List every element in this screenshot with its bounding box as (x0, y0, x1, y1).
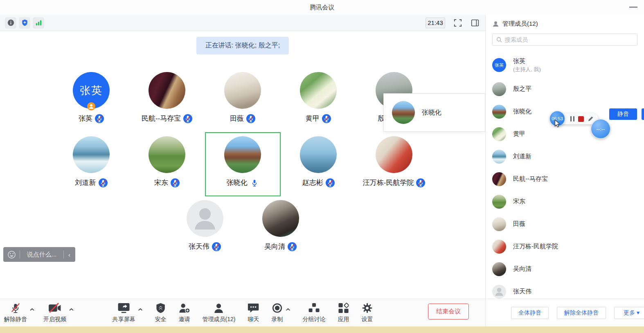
sidebar-footer: 全体静音解除全体静音更多 ▾ (486, 299, 644, 326)
member-name: 张晓化 (513, 108, 531, 115)
chatbar-collapse-icon[interactable]: ‹ (68, 251, 71, 258)
network-quality-button[interactable] (33, 17, 44, 29)
member-avatar (492, 150, 506, 164)
participant-tile[interactable]: 田薇 (205, 68, 281, 132)
member-search-box[interactable] (492, 34, 637, 46)
shield-security-icon (155, 302, 165, 314)
unmute-all-button[interactable]: 解除全体静音 (557, 307, 606, 319)
meeting-topbar: 21:43 (0, 15, 485, 31)
mute-member-button[interactable]: 静音 (609, 108, 637, 120)
member-row[interactable]: 汪万栋-民航学院 (486, 235, 644, 258)
breakout-icon (308, 302, 320, 314)
search-icon (496, 37, 502, 43)
toolbar-invite-button[interactable]: 邀请 (179, 302, 190, 323)
avatar-initials: 张英 (492, 58, 506, 72)
toolbar-share-screen-button[interactable]: 共享屏幕 (113, 302, 143, 323)
member-row[interactable]: 张天伟 (486, 280, 644, 299)
mic-muted-icon (246, 114, 255, 123)
layout-switch-button[interactable] (471, 18, 480, 27)
recorder-idle-bubble[interactable]: --:-- (591, 119, 610, 139)
participant-tile[interactable]: 刘道新 (54, 132, 129, 196)
mouse-cursor (553, 119, 562, 128)
member-name: 张英 (513, 57, 541, 65)
footer-button-label: 解除全体静音 (564, 309, 599, 316)
chevron-up-icon[interactable] (138, 308, 143, 311)
member-row[interactable]: 宋东 (486, 190, 644, 213)
participant-tile[interactable]: 张晓化 (205, 132, 281, 196)
participant-avatar (262, 200, 299, 237)
member-text: 吴向清 (513, 265, 531, 273)
participant-name: 汪万栋-民航学院 (363, 178, 414, 187)
member-text: 刘道新 (513, 153, 531, 160)
info-icon (7, 19, 14, 26)
participant-name: 宋东 (154, 178, 168, 187)
window-titlebar: 腾讯会议 (0, 0, 644, 15)
participant-tile[interactable]: 张天伟 (167, 196, 243, 260)
member-row[interactable]: 黄甲 (486, 123, 644, 145)
participant-nameline: 张英 (79, 114, 104, 123)
toolbar-chat-button[interactable]: 聊天 (248, 302, 259, 323)
toolbar-unmute-button[interactable]: 解除静音 (4, 302, 34, 323)
participant-nameline: 民航--马存宝 (142, 114, 192, 123)
participant-name: 民航--马存宝 (142, 114, 181, 123)
member-search-input[interactable] (505, 36, 633, 43)
participant-avatar (149, 136, 185, 173)
toolbar-item-content: 管理成员(12) (203, 302, 236, 323)
toolbar-item-content: 开启视频 (43, 302, 66, 323)
member-avatar: 张英 (492, 58, 506, 72)
toolbar-record-button[interactable]: 录制 (271, 302, 290, 323)
fullscreen-button[interactable] (453, 18, 462, 27)
participant-tile[interactable]: 张英张英 (54, 68, 129, 132)
toolbar-item-label: 录制 (271, 316, 283, 323)
mic-muted-icon (326, 178, 335, 187)
participant-avatar (300, 136, 337, 173)
stop-record-icon[interactable] (578, 116, 584, 122)
toolbar-center-group: 共享屏幕安全邀请管理成员(12)聊天录制分组讨论应用设置 (113, 302, 373, 323)
toolbar-start-video-button[interactable]: 开启视频 (43, 302, 74, 323)
member-row[interactable]: 张英张英(主持人, 我) (486, 52, 644, 78)
mute-all-button[interactable]: 全体静音 (511, 307, 549, 319)
edge-action-sliver[interactable] (642, 108, 644, 120)
content-row: 21:43 正在讲话: 张晓化; 殷之平; 张英张英民航--马存宝田薇黄甲殷之平… (0, 15, 644, 326)
toolbar-security-button[interactable]: 安全 (155, 302, 167, 323)
caret-down-icon: ▾ (635, 309, 639, 316)
participant-tile[interactable]: 民航--马存宝 (129, 68, 205, 132)
layout-panel-icon (471, 19, 479, 27)
meeting-info-button[interactable] (5, 17, 16, 29)
chat-input-placeholder[interactable]: 说点什么... (24, 251, 60, 259)
member-name: 刘道新 (513, 153, 531, 160)
participant-tile[interactable]: 汪万栋-民航学院 (356, 132, 432, 196)
toolbar-item-content: 邀请 (179, 302, 190, 323)
chevron-up-icon[interactable] (69, 308, 74, 311)
member-text: 宋东 (513, 198, 525, 205)
member-name: 黄甲 (513, 130, 525, 138)
chevron-up-icon[interactable] (30, 308, 34, 311)
pause-icon[interactable] (570, 116, 574, 122)
settings-icon (362, 302, 372, 314)
toolbar-members-button[interactable]: 管理成员(12) (203, 302, 236, 323)
member-row[interactable]: 田薇 (486, 213, 644, 235)
participant-nameline: 田薇 (230, 114, 255, 123)
more-actions-button[interactable]: 更多 ▾ (614, 307, 644, 319)
mic-on-icon (250, 178, 259, 187)
chevron-up-icon[interactable] (286, 308, 290, 311)
toolbar-breakout-button[interactable]: 分组讨论 (302, 302, 325, 323)
member-row[interactable]: 民航--马存宝 (486, 168, 644, 190)
pencil-icon[interactable] (588, 116, 594, 122)
participant-tile[interactable]: 黄甲 (281, 68, 356, 132)
participant-tile[interactable]: 宋东 (129, 132, 205, 196)
member-row[interactable]: 刘道新 (486, 145, 644, 168)
quick-chat-bar[interactable]: 说点什么... ‹ (3, 247, 75, 262)
security-shield-button[interactable] (19, 17, 30, 29)
participant-tile[interactable]: 吴向清 (243, 196, 318, 260)
toolbar-settings-button[interactable]: 设置 (361, 302, 373, 323)
member-row[interactable]: 吴向清 (486, 258, 644, 280)
participant-tile[interactable]: 赵志彬 (281, 132, 356, 196)
member-text: 田薇 (513, 220, 525, 228)
end-meeting-button[interactable]: 结束会议 (428, 304, 469, 320)
topbar-right-group: 21:43 (426, 18, 480, 28)
member-row[interactable]: 殷之平 (486, 78, 644, 100)
toolbar-apps-button[interactable]: 应用 (338, 302, 349, 323)
member-text: 黄甲 (513, 130, 525, 138)
minimize-button[interactable] (629, 7, 637, 8)
